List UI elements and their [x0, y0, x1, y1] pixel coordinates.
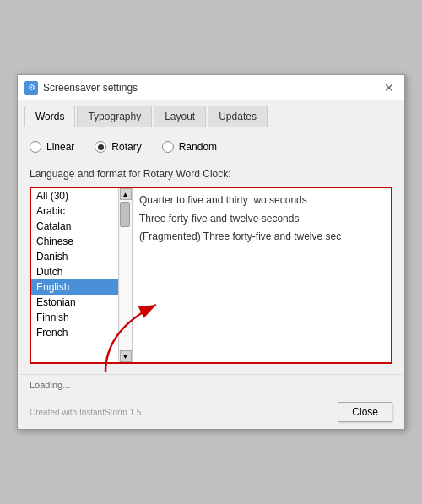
scroll-up-arrow[interactable]: ▲ — [120, 188, 132, 200]
title-bar-left: ⚙ Screensaver settings — [24, 81, 138, 95]
tab-words[interactable]: Words — [24, 106, 75, 127]
language-item[interactable]: Estonian — [31, 295, 118, 310]
scrollbar[interactable]: ▲ ▼ — [118, 188, 132, 362]
window-icon: ⚙ — [24, 81, 38, 95]
preview-line: (Fragmented) Three forty-five and twelve… — [139, 228, 384, 247]
scroll-thumb-area — [120, 200, 132, 350]
radio-circle-rotary — [95, 141, 106, 153]
language-item[interactable]: French — [31, 325, 118, 340]
title-bar: ⚙ Screensaver settings ✕ — [18, 75, 404, 100]
close-button[interactable]: Close — [338, 402, 392, 422]
tab-layout[interactable]: Layout — [154, 106, 206, 127]
tab-typography[interactable]: Typography — [77, 106, 152, 127]
radio-label-linear: Linear — [46, 141, 74, 153]
language-item[interactable]: Chinese — [31, 234, 118, 249]
scroll-thumb[interactable] — [120, 202, 130, 227]
language-item[interactable]: Danish — [31, 249, 118, 264]
radio-linear[interactable]: Linear — [30, 141, 74, 153]
preview-line: Three forty-five and twelve seconds — [139, 210, 384, 229]
window-title: Screensaver settings — [43, 82, 138, 94]
radio-circle-linear — [30, 141, 41, 153]
tab-bar: Words Typography Layout Updates — [18, 100, 404, 127]
footer: Created with InstantStorm 1.5 Close — [18, 395, 404, 429]
language-item[interactable]: Arabic — [31, 203, 118, 219]
window-close-button[interactable]: ✕ — [381, 79, 398, 96]
list-preview-panel: All (30)ArabicCatalanChineseDanishDutchE… — [30, 187, 392, 364]
radio-label-random: Random — [179, 141, 217, 153]
language-items: All (30)ArabicCatalanChineseDanishDutchE… — [31, 188, 132, 340]
scroll-down-arrow[interactable]: ▼ — [120, 350, 132, 362]
language-item[interactable]: English — [31, 279, 118, 295]
language-item[interactable]: All (30) — [31, 188, 118, 203]
radio-rotary[interactable]: Rotary — [95, 141, 141, 153]
language-item[interactable]: Dutch — [31, 264, 118, 279]
content-area: Linear Rotary Random Language and format… — [18, 127, 404, 374]
language-item[interactable]: Finnish — [31, 310, 118, 325]
radio-circle-random — [162, 141, 174, 153]
language-list: All (30)ArabicCatalanChineseDanishDutchE… — [31, 188, 133, 362]
preview-line: Quarter to five and thirty two seconds — [139, 192, 384, 210]
tab-updates[interactable]: Updates — [208, 106, 268, 127]
status-text: Loading... — [30, 380, 70, 390]
radio-random[interactable]: Random — [162, 141, 217, 153]
language-item[interactable]: Catalan — [31, 219, 118, 234]
status-bar: Loading... — [18, 374, 404, 395]
radio-label-rotary: Rotary — [111, 141, 141, 153]
preview-panel: Quarter to five and thirty two secondsTh… — [133, 188, 391, 362]
section-label: Language and format for Rotary Word Cloc… — [30, 168, 392, 180]
radio-group: Linear Rotary Random — [30, 138, 392, 156]
screensaver-settings-window: ⚙ Screensaver settings ✕ Words Typograph… — [17, 74, 405, 430]
footer-credit: Created with InstantStorm 1.5 — [30, 408, 331, 417]
